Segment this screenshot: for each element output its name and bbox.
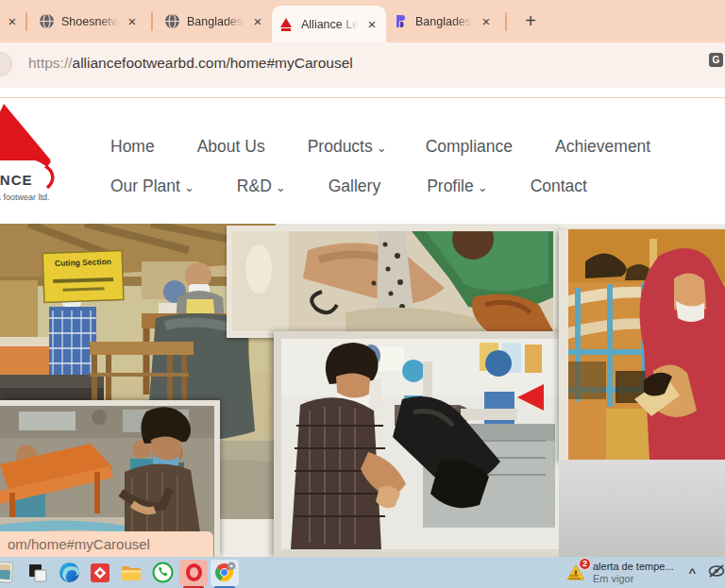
url-scheme: https://: [28, 55, 73, 71]
tab-bangladesh-2[interactable]: Bangladesh | ×: [386, 6, 500, 38]
chevron-down-icon: ⌄: [478, 180, 488, 194]
whatsapp-icon[interactable]: [148, 560, 177, 586]
desktop-screen: × Shoesnetwor × Bangladesh | × Alliance …: [0, 0, 725, 588]
site-header: ANCE s & footwear ltd. Home About Us Pro…: [0, 89, 725, 224]
edge-browser-icon[interactable]: [55, 560, 83, 586]
alert-count-badge: 2: [579, 558, 591, 570]
status-tooltip-text: om/home#myCarousel: [8, 536, 150, 552]
system-tray: ^: [689, 563, 725, 583]
nav-gallery[interactable]: Gallery: [329, 176, 384, 196]
nav-achievement[interactable]: Achievement: [555, 137, 654, 157]
weather-alert-title: alerta de tempe...: [593, 561, 674, 573]
browser-address-bar: https://alliancefootwearbd.com/home#myCa…: [0, 42, 725, 88]
logo-text: ANCE: [0, 172, 33, 188]
tab-shoesnetwork[interactable]: Shoesnetwor ×: [32, 6, 146, 38]
browser-tab-bar: × Shoesnetwor × Bangladesh | × Alliance …: [0, 0, 725, 42]
file-explorer-icon[interactable]: [117, 560, 145, 586]
windows-taskbar: 2 alerta de tempe... Em vigor ^: [0, 557, 725, 588]
addressbar-left-icon[interactable]: [0, 52, 12, 76]
url-host: alliancefootwearbd.com: [73, 55, 227, 71]
main-nav-row-1: Home About Us Products⌄ Compliance Achie…: [110, 137, 654, 157]
link-status-tooltip: om/home#myCarousel: [0, 531, 213, 557]
nav-compliance[interactable]: Compliance: [426, 137, 516, 157]
globe-icon: [163, 13, 180, 30]
tab-separator: [151, 12, 153, 31]
main-nav-row-2: Our Plant⌄ R&D⌄ Gallery Profile⌄ Contact: [110, 176, 591, 196]
alliance-logo-icon: [278, 16, 295, 33]
chevron-down-icon: ⌄: [377, 141, 387, 155]
header-divider: [0, 97, 725, 98]
nav-our-plant[interactable]: Our Plant⌄: [110, 176, 194, 196]
url-path: /home#myCarousel: [226, 55, 352, 71]
tab-bangladesh-1[interactable]: Bangladesh | ×: [158, 6, 272, 38]
extension-g-icon[interactable]: G: [709, 53, 723, 67]
nav-profile[interactable]: Profile⌄: [427, 176, 488, 196]
nav-home[interactable]: Home: [110, 137, 159, 157]
close-tab-icon[interactable]: ×: [4, 13, 21, 29]
show-hidden-icons-chevron[interactable]: ^: [689, 565, 697, 580]
weather-alert-status: Em vigor: [593, 573, 674, 585]
opera-o-glyph: [186, 563, 202, 581]
photos-app-icon[interactable]: [0, 560, 21, 586]
url-field[interactable]: https://alliancefootwearbd.com/home#myCa…: [28, 55, 353, 72]
carousel-photo-orange-worker: [559, 229, 725, 461]
purple-app-icon: [392, 13, 409, 30]
close-tab-icon[interactable]: ×: [478, 13, 495, 29]
carousel-photo-stitching: [227, 226, 559, 338]
tab-separator: [25, 12, 27, 31]
globe-icon: [38, 13, 55, 30]
weather-alert-icon: 2: [565, 562, 587, 584]
red-diamond-app-icon[interactable]: [86, 560, 114, 586]
opera-browser-icon[interactable]: [179, 560, 208, 586]
chrome-browser-icon[interactable]: [211, 560, 239, 586]
chevron-down-icon: ⌄: [184, 180, 194, 194]
task-view-icon[interactable]: [24, 560, 52, 586]
carousel-wall-section: [559, 460, 725, 557]
new-tab-button[interactable]: +: [519, 10, 542, 32]
weather-alert-widget[interactable]: 2 alerta de tempe... Em vigor: [565, 561, 674, 584]
tab-alliance-active[interactable]: Alliance Leat ×: [272, 6, 386, 42]
tab-label: Bangladesh |: [187, 15, 245, 28]
tab-separator: [505, 12, 507, 31]
tab-label: Alliance Leat: [301, 18, 360, 31]
carousel-my-carousel[interactable]: Cuting Section: [0, 224, 725, 557]
close-tab-icon[interactable]: ×: [249, 13, 266, 29]
nav-products[interactable]: Products⌄: [308, 137, 387, 157]
tab-label: Shoesnetwor: [61, 15, 120, 28]
nav-about-us[interactable]: About Us: [197, 137, 269, 157]
close-tab-icon[interactable]: ×: [124, 13, 141, 29]
carousel-photo-machine-operator: [274, 331, 568, 557]
privacy-eye-off-icon[interactable]: [708, 563, 725, 582]
tab-label: Bangladesh |: [415, 15, 474, 28]
logo-subtext: s & footwear ltd.: [0, 193, 50, 202]
weather-alert-text: alerta de tempe... Em vigor: [593, 561, 674, 584]
nav-contact[interactable]: Contact: [531, 176, 591, 196]
alliance-logo[interactable]: ANCE s & footwear ltd.: [0, 102, 62, 206]
close-tab-icon[interactable]: ×: [363, 16, 380, 32]
chevron-down-icon: ⌄: [276, 180, 286, 194]
nav-rd[interactable]: R&D⌄: [237, 176, 286, 196]
